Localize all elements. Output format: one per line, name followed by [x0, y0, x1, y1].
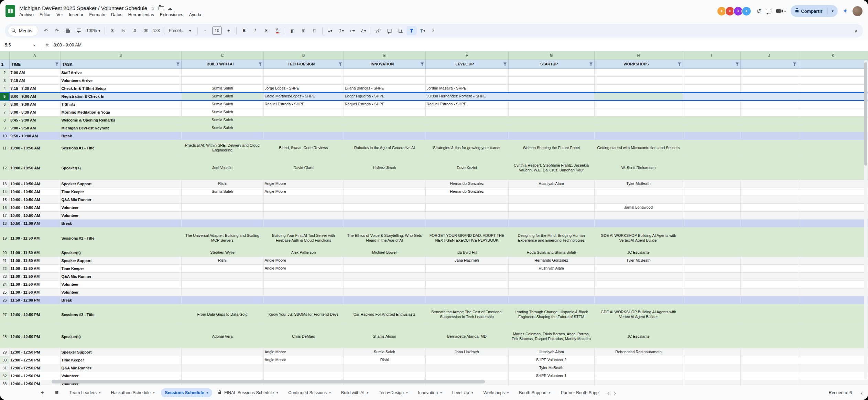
- cell-E24[interactable]: [344, 281, 425, 288]
- cell-F3[interactable]: [425, 77, 508, 85]
- strikethrough-button[interactable]: S: [261, 26, 271, 35]
- cell-J32[interactable]: [740, 372, 798, 380]
- cell-I17[interactable]: [683, 212, 740, 220]
- cell-F19[interactable]: FORGET YOUR GRAND DAD: ADOPT THE NEXT-GE…: [425, 228, 508, 249]
- sheet-tab-menu-icon[interactable]: ▾: [367, 391, 369, 394]
- cell-B11[interactable]: Sessions #1 - Title: [60, 140, 181, 156]
- sheet-tab-booth-support[interactable]: Booth Support▾: [515, 388, 554, 397]
- cell-C11[interactable]: Practical AI: Within SRE, Delivery and C…: [181, 140, 263, 156]
- cell-B2[interactable]: Staff Arrive: [60, 69, 181, 77]
- cell-G33[interactable]: [508, 380, 594, 386]
- sheet-tab-menu-icon[interactable]: ▾: [471, 391, 473, 394]
- cell-H18[interactable]: [594, 220, 683, 228]
- column-header-K[interactable]: K: [798, 51, 868, 60]
- cell-H4[interactable]: [594, 85, 683, 93]
- cell-K28[interactable]: [798, 325, 868, 348]
- cell-B22[interactable]: Time Keeper: [60, 265, 181, 273]
- cell-B23[interactable]: Q&A Mic Runner: [60, 273, 181, 281]
- cell-C19[interactable]: The Universal Adapter: Building and Scal…: [181, 228, 263, 249]
- merge-cells-button[interactable]: ⊟: [310, 26, 320, 35]
- cell-F13[interactable]: Hernando Gonzalez: [425, 180, 508, 188]
- cell-G30[interactable]: SHPE Volunteer 2: [508, 356, 594, 364]
- cell-E11[interactable]: Robotics in the Age of Generative AI: [344, 140, 425, 156]
- cell-K26[interactable]: [798, 296, 868, 304]
- cell-F10[interactable]: [425, 132, 508, 140]
- cell-I6[interactable]: [683, 101, 740, 108]
- cell-F22[interactable]: [425, 265, 508, 273]
- cell-B19[interactable]: Sessions #2 - Title: [60, 228, 181, 249]
- column-header-G[interactable]: G: [508, 51, 594, 60]
- row-header-2[interactable]: 2: [0, 69, 9, 77]
- cell-B8[interactable]: Welcome & Opening Remarks: [60, 116, 181, 124]
- cell-E20[interactable]: Michael Bower: [344, 249, 425, 257]
- cell-C8[interactable]: Sumia Saleh: [181, 116, 263, 124]
- cell-J21[interactable]: [740, 257, 798, 265]
- row-header-7[interactable]: 7: [0, 108, 9, 116]
- cell-B29[interactable]: Speaker Support: [60, 348, 181, 356]
- row-header-14[interactable]: 14: [0, 188, 9, 196]
- cell-J19[interactable]: [740, 228, 798, 249]
- cell-C1[interactable]: BUILD WITH AI: [181, 60, 263, 69]
- cell-D11[interactable]: Blood, Sweat, Code Reviews: [263, 140, 344, 156]
- cell-K7[interactable]: [798, 108, 868, 116]
- cell-A9[interactable]: 9:00 - 9:50 AM: [9, 124, 60, 132]
- cell-A26[interactable]: 11:50 - 12:00 PM: [9, 296, 60, 304]
- cell-D5[interactable]: Eddie Martinez-Lopez - SHPE: [263, 93, 344, 101]
- cell-H13[interactable]: Tyler McBeath: [594, 180, 683, 188]
- cell-B30[interactable]: Time Keeper: [60, 356, 181, 364]
- cell-C12[interactable]: Joel Vasallo: [181, 156, 263, 180]
- text-color-button[interactable]: A: [276, 28, 279, 34]
- cell-G11[interactable]: Women Shaping the Future Panel: [508, 140, 594, 156]
- cell-A7[interactable]: 8:00 - 8:30 AM: [9, 108, 60, 116]
- cell-H7[interactable]: [594, 108, 683, 116]
- cell-D2[interactable]: [263, 69, 344, 77]
- cell-C16[interactable]: [181, 204, 263, 212]
- cell-K30[interactable]: [798, 356, 868, 364]
- cell-C21[interactable]: Rishi: [181, 257, 263, 265]
- cell-A25[interactable]: 11:00 - 11:50 AM: [9, 288, 60, 296]
- cell-I9[interactable]: [683, 124, 740, 132]
- cell-J2[interactable]: [740, 69, 798, 77]
- meet-button[interactable]: ▾: [776, 9, 786, 13]
- cell-F26[interactable]: [425, 296, 508, 304]
- cell-E19[interactable]: The Ethics of Voice & Storytelling: Who …: [344, 228, 425, 249]
- cell-G3[interactable]: [508, 77, 594, 85]
- cell-C26[interactable]: [181, 296, 263, 304]
- cell-F9[interactable]: [425, 124, 508, 132]
- cell-K16[interactable]: [798, 204, 868, 212]
- row-header-22[interactable]: 22: [0, 265, 9, 273]
- cell-A22[interactable]: 11:00 - 11:50 AM: [9, 265, 60, 273]
- cell-A8[interactable]: 8:45 - 9:00 AM: [9, 116, 60, 124]
- google-sheets-logo-icon[interactable]: [6, 5, 15, 17]
- row-header-26[interactable]: 26: [0, 296, 9, 304]
- filter-views-button[interactable]: ▾: [417, 26, 428, 35]
- cell-K8[interactable]: [798, 116, 868, 124]
- cell-H3[interactable]: [594, 77, 683, 85]
- cell-H29[interactable]: Rehenashri Rastapuramata: [594, 348, 683, 356]
- cell-D31[interactable]: [263, 364, 344, 372]
- cell-B21[interactable]: Speaker Support: [60, 257, 181, 265]
- menu-datos[interactable]: Datos: [111, 12, 122, 17]
- decrease-decimal-button[interactable]: .0: [129, 26, 140, 35]
- cell-I33[interactable]: [683, 380, 740, 386]
- cell-I32[interactable]: [683, 372, 740, 380]
- row-header-32[interactable]: 32: [0, 372, 9, 380]
- menu-extensiones[interactable]: Extensiones: [160, 12, 183, 17]
- cell-B9[interactable]: Michigan DevFest Keynote: [60, 124, 181, 132]
- text-wrap-button[interactable]: ↩▾: [347, 26, 357, 35]
- cell-A5[interactable]: 8:00 - 9:00 AM: [9, 93, 60, 101]
- selection-count[interactable]: Recuento: 6: [829, 390, 852, 395]
- cell-A4[interactable]: 7:15 - 7:30 AM: [9, 85, 60, 93]
- cell-I7[interactable]: [683, 108, 740, 116]
- sheet-tab-team-leaders[interactable]: Team Leaders▾: [65, 388, 105, 397]
- cell-H16[interactable]: Jamal Longwood: [594, 204, 683, 212]
- row-header-12[interactable]: 12: [0, 156, 9, 180]
- menu-archivo[interactable]: Archivo: [19, 12, 34, 17]
- share-button[interactable]: Compartir ▾: [791, 5, 838, 17]
- cell-D27[interactable]: Know Your JS: SBOMs for Frontend Devs: [263, 304, 344, 325]
- cell-K15[interactable]: [798, 196, 868, 204]
- column-header-H[interactable]: H: [594, 51, 683, 60]
- cell-H15[interactable]: [594, 196, 683, 204]
- insert-chart-button[interactable]: [395, 26, 406, 35]
- cell-A30[interactable]: 12:00 - 12:50 PM: [9, 356, 60, 364]
